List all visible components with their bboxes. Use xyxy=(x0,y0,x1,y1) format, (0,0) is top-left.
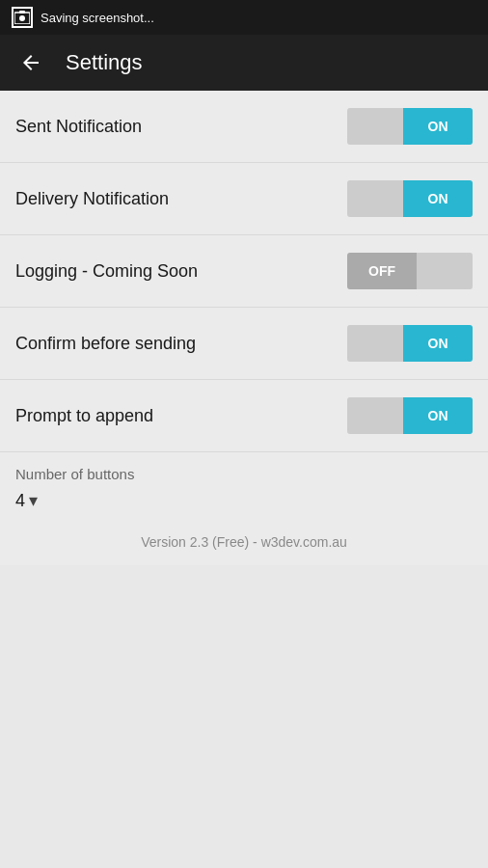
toggle-off-area xyxy=(347,325,403,362)
sent-notification-label: Sent Notification xyxy=(15,117,142,137)
setting-row-sent-notification: Sent Notification ON xyxy=(0,91,488,163)
prompt-to-append-toggle[interactable]: ON xyxy=(347,397,473,434)
setting-row-delivery-notification: Delivery Notification ON xyxy=(0,163,488,235)
toggle-off-area xyxy=(347,180,403,217)
screenshot-icon xyxy=(12,7,33,28)
prompt-to-append-label: Prompt to append xyxy=(15,406,153,426)
logging-label: Logging - Coming Soon xyxy=(15,261,198,282)
setting-row-logging: Logging - Coming Soon OFF xyxy=(0,235,488,308)
toggle-on-label: ON xyxy=(403,108,473,145)
toggle-on-label: ON xyxy=(403,325,473,362)
svg-rect-2 xyxy=(19,11,25,14)
dropdown-row[interactable]: 4 ▾ xyxy=(15,490,473,511)
sent-notification-toggle[interactable]: ON xyxy=(347,108,473,145)
toggle-on-label: ON xyxy=(403,180,473,217)
confirm-before-sending-label: Confirm before sending xyxy=(15,334,196,354)
svg-point-1 xyxy=(19,15,25,21)
toolbar-title: Settings xyxy=(66,50,143,75)
version-text: Version 2.3 (Free) - w3dev.com.au xyxy=(0,519,488,565)
toggle-off-area xyxy=(347,397,403,434)
chevron-down-icon: ▾ xyxy=(29,490,38,511)
settings-content: Sent Notification ON Delivery Notificati… xyxy=(0,91,488,565)
dropdown-value: 4 xyxy=(15,491,25,511)
delivery-notification-toggle[interactable]: ON xyxy=(347,180,473,217)
setting-row-confirm-before-sending: Confirm before sending ON xyxy=(0,308,488,380)
toggle-off-right xyxy=(417,253,473,289)
back-button[interactable] xyxy=(15,47,46,78)
toggle-off-area xyxy=(347,108,403,145)
confirm-before-sending-toggle[interactable]: ON xyxy=(347,325,473,362)
status-bar-text: Saving screenshot... xyxy=(41,11,154,25)
delivery-notification-label: Delivery Notification xyxy=(15,189,169,209)
toolbar: Settings xyxy=(0,35,488,91)
setting-row-prompt-to-append: Prompt to append ON xyxy=(0,380,488,452)
toggle-on-label: ON xyxy=(403,397,473,434)
number-of-buttons-section: Number of buttons 4 ▾ xyxy=(0,452,488,519)
number-of-buttons-label: Number of buttons xyxy=(15,466,473,482)
status-bar: Saving screenshot... xyxy=(0,0,488,35)
logging-toggle[interactable]: OFF xyxy=(347,253,473,289)
toggle-off-label: OFF xyxy=(347,253,417,289)
